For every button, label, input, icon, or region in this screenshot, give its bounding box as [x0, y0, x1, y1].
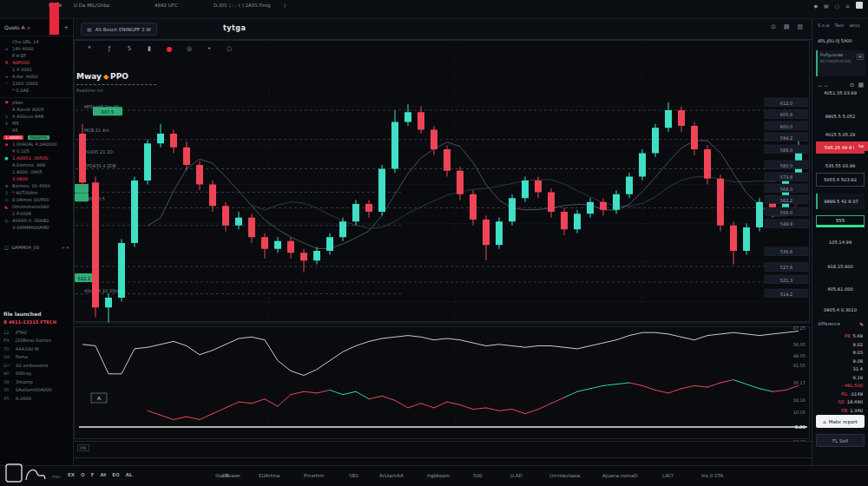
price-ladder-row[interactable]: 105.14.99	[816, 236, 865, 248]
watchlist-row[interactable]: $M5	[0, 120, 73, 127]
panel-tab-0[interactable]: S o w	[818, 23, 830, 28]
date-axis-label[interactable]: EUArtma	[259, 473, 279, 478]
topbar-icon-2[interactable]: ○	[835, 3, 839, 9]
timeframe-button-5[interactable]: AL	[126, 472, 133, 477]
watchlist-row[interactable]: §* A0T00Am	[0, 189, 73, 196]
date-axis-label[interactable]: Omntavioaia	[549, 473, 580, 478]
bottom-list-row[interactable]: 12PTA0	[0, 328, 73, 337]
bottom-list-row[interactable]: G6Fama	[0, 353, 73, 362]
bottom-list-row[interactable]: 393mamp	[0, 378, 73, 386]
price-ladder-row[interactable]: 555	[816, 215, 865, 227]
watchlist-row[interactable]: ⊙0.0Amos 00/P00	[0, 196, 73, 203]
date-axis-label[interactable]: LACI	[662, 473, 673, 478]
watchlist-row[interactable]: ◂A.Aw .A000	[0, 73, 73, 80]
price-ladder-row[interactable]: 9899.5 42 8 07	[816, 194, 865, 209]
group-actions[interactable]: + ▾	[62, 245, 69, 250]
time-axis[interactable]: HN	[74, 441, 812, 458]
toolbar-right-icon-2[interactable]: ▥	[797, 23, 803, 30]
price-ladder-row[interactable]: 918.15.600	[816, 260, 865, 273]
watchlist-row[interactable]: BA0P000	[0, 59, 73, 66]
date-axis-label[interactable]: Stalibvawr	[215, 473, 240, 478]
topbar-icon-0[interactable]: ◆	[813, 3, 818, 9]
watchlist-row[interactable]: ●1.A0051 .30500	[0, 154, 73, 161]
watchlist-row[interactable]: a14h 4000	[0, 45, 73, 52]
watchlist-row[interactable]: A5	[0, 127, 73, 134]
sidebar-group-row[interactable]: □GAMM04_00+ ▾	[0, 241, 73, 253]
price-ladder-row[interactable]: 9905.5 5.052	[816, 110, 865, 122]
watchlist-row[interactable]: * 0.0AE	[0, 87, 73, 94]
timeframe-button-4[interactable]: EO	[112, 472, 119, 477]
price-ladder-row[interactable]: 535.55 03.99	[816, 160, 865, 172]
watchlist-row[interactable]: ⊕Bannos, 00 4000	[0, 182, 73, 189]
watchlist-row[interactable]: ◎A0A00 0 .30AB0	[0, 217, 73, 224]
topbar-menu-item[interactable]: | : : ( ) 2A5S Finig	[229, 3, 270, 8]
symbol-tab[interactable]: ▦ AS Besch ENINGPP 3 W	[81, 23, 157, 36]
toolbar-right-icon-1[interactable]: ▤	[784, 23, 790, 30]
watchlist-header[interactable]: Quots A ▾ +	[0, 19, 73, 36]
topbar-icon-1[interactable]: ▤	[824, 3, 829, 9]
timeframe-button-0[interactable]: EX	[68, 472, 75, 477]
watchlist-row[interactable]: P 9 EF	[0, 52, 73, 59]
price-ladder-row[interactable]: 4015 5.05.29	[816, 128, 865, 141]
bottom-list-row[interactable]: 9000bray	[0, 370, 73, 378]
watchlist-row[interactable]: 3.0A00	[0, 175, 73, 182]
watchlist-row[interactable]: 1.A0005P0A0995	[0, 134, 73, 141]
watchlist-row[interactable]: ▪1.00A0AL 4.0A0000	[0, 141, 73, 148]
timeframe-button-3[interactable]: At	[100, 472, 106, 477]
bottom-list-row[interactable]: 456.0000	[0, 394, 73, 403]
watchlist-row[interactable]: b4 A00uus RAR	[0, 113, 73, 120]
bottom-list-row[interactable]: 70A4A330 M	[0, 345, 73, 353]
bottom-list-row[interactable]: 350Aa0am00A000	[0, 386, 73, 395]
watchlist-row[interactable]: 4 0.105	[0, 148, 73, 154]
tool-icon-7[interactable]: ○	[224, 43, 234, 54]
watchlist-row[interactable]: A Ranok A005	[0, 106, 73, 113]
tool-icon-4[interactable]: ●	[164, 43, 174, 54]
edit-icon[interactable]: ✎	[859, 321, 864, 327]
panel-tab-2[interactable]: absq	[849, 23, 859, 28]
candlestick-chart-canvas[interactable]: MPDst45 2m 4PMCB 21 4mPO435 21 2D2PD43S …	[74, 40, 812, 441]
timeframe-button-2[interactable]: F	[91, 472, 95, 477]
date-axis-label[interactable]: U.AD	[510, 473, 523, 478]
tool-icon-3[interactable]: ▮	[144, 43, 155, 54]
tool-icon-1[interactable]: ƒ	[104, 43, 115, 54]
position-card[interactable]: PvPguseaa BCmA0JP00LN4J M	[816, 50, 865, 76]
sell-button[interactable]: FL Sell	[816, 434, 865, 447]
make-report-button[interactable]: ⌂ Make report	[816, 415, 865, 428]
tool-icon-2[interactable]: 5	[124, 43, 135, 54]
timeframe-button-1[interactable]: O	[81, 472, 85, 477]
watchlist-row[interactable]: ♥p9as	[0, 99, 73, 106]
topbar-menu-item[interactable]: |·	[284, 3, 287, 8]
watchlist-row[interactable]: 1 4 0091	[0, 66, 73, 73]
topbar-menu-item[interactable]: D./DS	[214, 3, 227, 8]
date-axis-label[interactable]: Irgbboom	[427, 473, 450, 478]
watchlist-row[interactable]: A.0amma .909	[0, 161, 73, 168]
bottom-list-row[interactable]: P9J33Rorai 0aman	[0, 337, 73, 345]
price-ladder-row[interactable]: 405.61.000	[816, 283, 865, 295]
date-axis-label[interactable]: Ins 0 STA	[701, 473, 723, 478]
watchlist-row[interactable]: 1 P.0006	[0, 210, 73, 217]
date-axis-label[interactable]: Ajuana nomaD	[602, 473, 638, 478]
price-ladder-row[interactable]: 0905.4 0.3010	[816, 304, 865, 316]
price-ladder-row[interactable]: 5055.4 503.92	[816, 173, 865, 187]
date-axis-label[interactable]: SBS	[349, 473, 358, 478]
date-axis-label[interactable]: 500	[473, 473, 483, 478]
tool-icon-5[interactable]: ◎	[184, 43, 194, 54]
panel-tab-1[interactable]: Twin	[835, 23, 845, 28]
bottom-list-row[interactable]: G=10 ambaoamo	[0, 361, 73, 370]
watchlist-row[interactable]: 3-0AMMA00AM0	[0, 224, 73, 231]
topbar-icon-4[interactable]	[856, 2, 863, 9]
watchlist-row[interactable]: !1300 :0000	[0, 80, 73, 87]
bottom-list-alert[interactable]: B 4911-13315 FTECH	[0, 319, 73, 328]
date-axis-label[interactable]: Pmsrtrm	[304, 473, 324, 478]
topbar-icon-3[interactable]: ≡	[845, 3, 850, 9]
topbar-menu-item[interactable]: 4842 UFC	[155, 3, 178, 8]
date-axis-label[interactable]: ArLtamAA	[379, 473, 404, 478]
topbar-menu-item[interactable]: U Da MIL/Ghbo	[74, 3, 109, 8]
tool-icon-6[interactable]: •	[204, 43, 214, 54]
watchlist-row[interactable]: Cha GRL 14	[0, 38, 73, 45]
tool-icon-0[interactable]: *	[84, 43, 95, 54]
watchlist-row[interactable]: ◣Omsmmalos0A0	[0, 203, 73, 210]
price-ladder-row[interactable]: 4051.35 03.99	[816, 87, 865, 99]
watchlist-row[interactable]: ◦1.9000 .0905	[0, 168, 73, 175]
toolbar-right-icon-0[interactable]: ⊙	[771, 23, 776, 30]
